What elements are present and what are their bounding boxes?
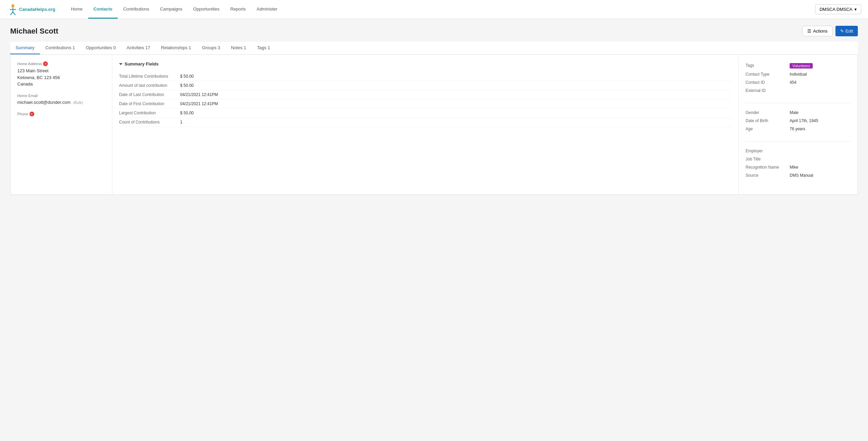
tab-groups[interactable]: Groups 3 <box>197 42 226 54</box>
tab-relationships[interactable]: Relationships 1 <box>156 42 197 54</box>
navbar: CanadaHelps.org Home Contacts Contributi… <box>0 0 868 19</box>
tabs: Summary Contributions 1 Opportunities 0 … <box>10 42 858 55</box>
summary-row-4: Largest Contribution $ 50.00 <box>119 109 732 118</box>
tab-activities[interactable]: Activities 17 <box>121 42 155 54</box>
svg-line-3 <box>11 12 13 15</box>
logo[interactable]: CanadaHelps.org <box>7 3 55 16</box>
home-address-field: Home Address 123 Main Street Kelowna, BC… <box>17 61 105 88</box>
divider-2 <box>746 141 851 141</box>
summary-val-3: 04/21/2021 12:41PM <box>180 101 732 106</box>
address-line3: Canada <box>17 81 105 88</box>
nav-item-contributions[interactable]: Contributions <box>118 0 155 19</box>
right-panel: Tags Volunteers Contact Type Individual … <box>739 55 857 194</box>
summary-key-4: Largest Contribution <box>119 111 180 115</box>
summary-header: Summary Fields <box>119 61 732 66</box>
home-email-label-text: Home Email <box>17 94 38 98</box>
address-line1: 123 Main Street <box>17 68 105 74</box>
svg-point-0 <box>12 4 15 7</box>
nav-item-home[interactable]: Home <box>65 0 88 19</box>
page-content: Michael Scott ☰ Actions ✎ Edit Summary C… <box>0 19 868 441</box>
main-grid: Home Address 123 Main Street Kelowna, BC… <box>10 55 858 195</box>
page-header: Michael Scott ☰ Actions ✎ Edit <box>10 26 858 36</box>
source-label: Source <box>746 173 790 178</box>
summary-row-5: Count of Contributions 1 <box>119 118 732 127</box>
summary-val-0: $ 50.00 <box>180 74 732 79</box>
right-section-1: Tags Volunteers Contact Type Individual … <box>746 61 851 95</box>
external-id-row: External ID <box>746 87 851 95</box>
dob-row: Date of Birth April 17th, 1945 <box>746 117 851 125</box>
contact-type-label: Contact Type <box>746 72 790 77</box>
summary-key-1: Amount of last contribution <box>119 83 180 88</box>
employer-value <box>790 149 851 153</box>
header-actions: ☰ Actions ✎ Edit <box>802 26 858 36</box>
source-row: Source DMS Manual <box>746 171 851 179</box>
left-panel: Home Address 123 Main Street Kelowna, BC… <box>11 55 112 194</box>
actions-button[interactable]: ☰ Actions <box>802 26 833 36</box>
nav-item-campaigns[interactable]: Campaigns <box>155 0 188 19</box>
user-menu-button[interactable]: DMSCA DMSCA ▾ <box>815 4 861 14</box>
summary-row-2: Date of Last Contribution 04/21/2021 12:… <box>119 90 732 99</box>
logo-text: CanadaHelps.org <box>19 7 55 12</box>
tags-row: Tags Volunteers <box>746 61 851 70</box>
tags-value: Volunteers <box>790 63 851 69</box>
bulk-label: (Bulk) <box>73 100 83 104</box>
nav-item-opportunities[interactable]: Opportunities <box>188 0 225 19</box>
phone-label: Phone <box>17 112 105 116</box>
tab-summary[interactable]: Summary <box>10 42 40 54</box>
tab-notes[interactable]: Notes 1 <box>226 42 252 54</box>
dob-value: April 17th, 1945 <box>790 118 851 123</box>
center-panel: Summary Fields Total Lifetime Contributi… <box>112 55 739 194</box>
gender-value: Male <box>790 110 851 115</box>
tags-label: Tags <box>746 63 790 69</box>
dob-label: Date of Birth <box>746 118 790 123</box>
summary-title: Summary Fields <box>124 61 158 66</box>
edit-button[interactable]: ✎ Edit <box>835 26 858 36</box>
phone-edit-icon[interactable] <box>30 112 34 116</box>
home-email-value: michael.scott@dunder.com (Bulk) <box>17 99 105 106</box>
right-section-2: Gender Male Date of Birth April 17th, 19… <box>746 109 851 133</box>
nav-item-administer[interactable]: Administer <box>251 0 283 19</box>
employer-label: Employer <box>746 149 790 153</box>
home-email-label: Home Email <box>17 94 105 98</box>
summary-key-3: Date of First Contribution <box>119 101 180 106</box>
summary-key-0: Total Lifetime Contributions <box>119 74 180 79</box>
summary-val-4: $ 50.00 <box>180 111 732 115</box>
phone-field: Phone <box>17 112 105 116</box>
summary-val-5: 1 <box>180 120 732 124</box>
contact-id-label: Contact ID <box>746 80 790 85</box>
external-id-value <box>790 88 851 93</box>
age-row: Age 76 years <box>746 125 851 133</box>
summary-key-5: Count of Contributions <box>119 120 180 124</box>
nav-item-reports[interactable]: Reports <box>225 0 251 19</box>
tab-contributions[interactable]: Contributions 1 <box>40 42 80 54</box>
age-value: 76 years <box>790 127 851 131</box>
job-title-label: Job Title <box>746 157 790 161</box>
collapse-icon[interactable] <box>119 63 122 65</box>
contact-id-row: Contact ID 454 <box>746 78 851 87</box>
external-id-label: External ID <box>746 88 790 93</box>
recognition-row: Recognition Name Mike <box>746 163 851 171</box>
summary-row-3: Date of First Contribution 04/21/2021 12… <box>119 99 732 109</box>
employer-row: Employer <box>746 147 851 155</box>
source-value: DMS Manual <box>790 173 851 178</box>
volunteers-tag[interactable]: Volunteers <box>790 63 813 69</box>
summary-row-1: Amount of last contribution $ 50.00 <box>119 81 732 90</box>
edit-label: Edit <box>846 28 853 34</box>
gender-row: Gender Male <box>746 109 851 117</box>
contact-id-value: 454 <box>790 80 851 85</box>
tab-opportunities[interactable]: Opportunities 0 <box>80 42 121 54</box>
divider-1 <box>746 103 851 103</box>
job-title-value <box>790 157 851 161</box>
job-title-row: Job Title <box>746 155 851 163</box>
contact-type-value: Individual <box>790 72 851 77</box>
tab-tags[interactable]: Tags 1 <box>252 42 275 54</box>
email-address: michael.scott@dunder.com <box>17 100 71 105</box>
recognition-value: Mike <box>790 165 851 170</box>
summary-val-1: $ 50.00 <box>180 83 732 88</box>
summary-key-2: Date of Last Contribution <box>119 92 180 97</box>
nav-item-contacts[interactable]: Contacts <box>88 0 118 19</box>
home-address-edit-icon[interactable] <box>43 61 48 66</box>
pencil-icon: ✎ <box>840 28 844 34</box>
actions-label: Actions <box>813 28 828 34</box>
home-address-value: 123 Main Street Kelowna, BC 123 456 Cana… <box>17 68 105 88</box>
